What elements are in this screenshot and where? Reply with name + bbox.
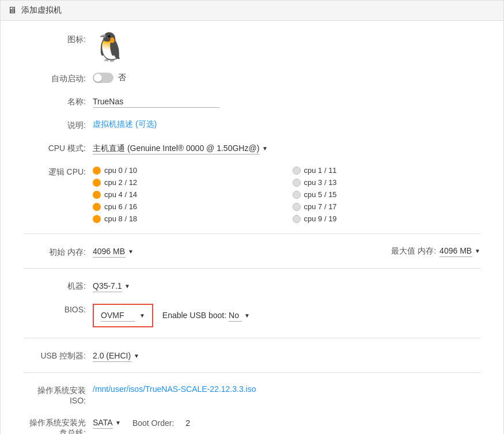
icon-row: 图标: 🐧 — [24, 32, 480, 61]
max-memory-wrap: 最大值 内存: 4096 MB ▼ — [391, 245, 480, 257]
max-memory-arrow: ▼ — [475, 248, 480, 254]
machine-value: Q35-7.1 ▼ — [93, 279, 480, 292]
cpu-dot-6 — [93, 203, 101, 211]
cpu-dot-9 — [293, 215, 301, 223]
cpu-mode-label: CPU 模式: — [24, 141, 93, 154]
cpu-item-2[interactable]: cpu 2 / 12 — [93, 178, 281, 187]
cpu-dot-2 — [93, 179, 101, 187]
cpu-item-6[interactable]: cpu 6 / 16 — [93, 202, 281, 211]
cpu-item-8[interactable]: cpu 8 / 18 — [93, 214, 281, 223]
initial-memory-arrow: ▼ — [128, 248, 134, 255]
toggle-knob — [94, 74, 102, 82]
os-iso-value: /mnt/user/isos/TrueNAS-SCALE-22.12.3.3.i… — [93, 383, 480, 394]
machine-row: 机器: Q35-7.1 ▼ — [24, 279, 480, 292]
cpu-item-3[interactable]: cpu 3 / 13 — [293, 178, 481, 187]
name-value — [93, 95, 480, 108]
auto-start-value: 否 — [93, 71, 480, 83]
title-bar-icon: 🖥 — [7, 5, 17, 16]
os-bus-select[interactable]: SATA — [93, 417, 113, 429]
divider-1 — [24, 233, 480, 234]
cpu-dot-5 — [293, 191, 301, 199]
cpu-label-1: cpu 1 / 11 — [304, 166, 337, 175]
logical-cpu-row: 逻辑 CPU: cpu 0 / 10 cpu 1 / 11 cp — [24, 165, 480, 223]
usb-boot-arrow: ▼ — [244, 312, 250, 319]
auto-start-no-text: 否 — [118, 73, 126, 83]
divider-2 — [24, 268, 480, 269]
os-bus-select-wrap: SATA ▼ — [93, 417, 121, 429]
description-label: 说明: — [24, 118, 93, 131]
logical-cpu-grid: cpu 0 / 10 cpu 1 / 11 cpu 2 / 12 cpu 3 /… — [93, 165, 480, 223]
initial-memory-value: 4096 MB ▼ — [93, 244, 391, 258]
initial-memory-select[interactable]: 4096 MB — [93, 246, 126, 258]
usb-boot-wrap: Enable USB boot: No Yes ▼ — [162, 310, 250, 322]
auto-start-row: 自动启动: 否 — [24, 71, 480, 84]
icon-label: 图标: — [24, 32, 93, 45]
os-drive-value: SATA ▼ Boot Order: 2 — [93, 416, 480, 429]
cpu-dot-4 — [93, 191, 101, 199]
name-label: 名称: — [24, 95, 93, 107]
bios-label: BIOS: — [24, 303, 93, 314]
cpu-dot-3 — [293, 179, 301, 187]
divider-4 — [24, 372, 480, 373]
bios-arrow: ▼ — [139, 312, 145, 319]
os-bus-arrow: ▼ — [115, 420, 121, 426]
description-row: 说明: 虚拟机描述 (可选) — [24, 118, 480, 131]
cpu-dot-0 — [93, 167, 101, 175]
usb-boot-label: Enable USB boot: — [162, 311, 226, 320]
max-memory-select[interactable]: 4096 MB — [439, 245, 472, 257]
cpu-label-8: cpu 8 / 18 — [104, 214, 137, 223]
machine-select[interactable]: Q35-7.1 — [93, 280, 122, 292]
cpu-label-7: cpu 7 / 17 — [304, 202, 337, 211]
cpu-item-0[interactable]: cpu 0 / 10 — [93, 166, 281, 175]
cpu-label-4: cpu 4 / 14 — [104, 190, 137, 199]
cpu-label-3: cpu 3 / 13 — [304, 178, 337, 187]
linux-penguin-icon: 🐧 — [93, 32, 127, 62]
os-iso-link[interactable]: /mnt/user/isos/TrueNAS-SCALE-22.12.3.3.i… — [93, 384, 256, 394]
cpu-item-5[interactable]: cpu 5 / 15 — [293, 190, 481, 199]
os-iso-row: 操作系统安装 ISO: /mnt/user/isos/TrueNAS-SCALE… — [24, 383, 480, 405]
usb-controller-select[interactable]: 2.0 (EHCI) 3.0 (xHCI) — [93, 350, 131, 362]
name-input[interactable] — [93, 96, 219, 108]
icon-value: 🐧 — [93, 32, 480, 61]
max-memory-label: 最大值 内存: — [391, 246, 436, 256]
usb-controller-arrow: ▼ — [134, 353, 139, 359]
cpu-dot-7 — [293, 203, 301, 211]
cpu-dot-1 — [293, 167, 301, 175]
boot-order-label: Boot Order: — [132, 418, 174, 428]
title-bar-text: 添加虚拟机 — [21, 5, 62, 16]
main-window: 🖥 添加虚拟机 图标: 🐧 自动启动: 否 名称: — [0, 0, 504, 434]
os-drive-row: 操作系统安装光盘总线: SATA ▼ Boot Order: 2 — [24, 416, 480, 434]
cpu-item-9[interactable]: cpu 9 / 19 — [293, 214, 481, 223]
cpu-label-6: cpu 6 / 16 — [104, 202, 137, 211]
logical-cpu-label: 逻辑 CPU: — [24, 165, 93, 178]
bios-row: BIOS: OVMF SeaBIOS ▼ Enable USB boot: No… — [24, 303, 480, 327]
usb-controller-label: USB 控制器: — [24, 349, 93, 361]
auto-start-toggle[interactable] — [93, 73, 113, 83]
bios-value: OVMF SeaBIOS ▼ Enable USB boot: No Yes ▼ — [93, 303, 480, 327]
bios-select[interactable]: OVMF SeaBIOS — [101, 310, 135, 322]
usb-boot-select[interactable]: No Yes — [229, 310, 242, 322]
cpu-label-2: cpu 2 / 12 — [104, 178, 137, 187]
os-iso-label: 操作系统安装 ISO: — [24, 383, 93, 405]
name-row: 名称: — [24, 95, 480, 108]
memory-row: 初始 内存: 4096 MB ▼ 最大值 内存: 4096 MB ▼ — [24, 244, 480, 258]
machine-label: 机器: — [24, 279, 93, 292]
title-bar: 🖥 添加虚拟机 — [1, 1, 503, 21]
cpu-label-5: cpu 5 / 15 — [304, 190, 337, 199]
auto-start-label: 自动启动: — [24, 71, 93, 84]
description-link[interactable]: 虚拟机描述 (可选) — [93, 119, 157, 129]
os-drive-label: 操作系统安装光盘总线: — [24, 416, 93, 434]
usb-controller-value: 2.0 (EHCI) 3.0 (xHCI) ▼ — [93, 349, 480, 362]
cpu-item-4[interactable]: cpu 4 / 14 — [93, 190, 281, 199]
cpu-item-1[interactable]: cpu 1 / 11 — [293, 166, 481, 175]
cpu-mode-value: 主机直通 (Genuine Intel® 0000 @ 1.50GHz@) ▼ — [93, 141, 480, 154]
cpu-item-7[interactable]: cpu 7 / 17 — [293, 202, 481, 211]
divider-3 — [24, 338, 480, 338]
cpu-mode-select[interactable]: 主机直通 (Genuine Intel® 0000 @ 1.50GHz@) — [93, 142, 260, 154]
initial-memory-label: 初始 内存: — [24, 245, 93, 258]
cpu-label-0: cpu 0 / 10 — [104, 166, 137, 175]
machine-arrow: ▼ — [124, 283, 130, 289]
max-memory-select-wrap: 4096 MB ▼ — [439, 245, 480, 257]
cpu-mode-row: CPU 模式: 主机直通 (Genuine Intel® 0000 @ 1.50… — [24, 141, 480, 154]
bios-box: OVMF SeaBIOS ▼ — [93, 304, 153, 327]
